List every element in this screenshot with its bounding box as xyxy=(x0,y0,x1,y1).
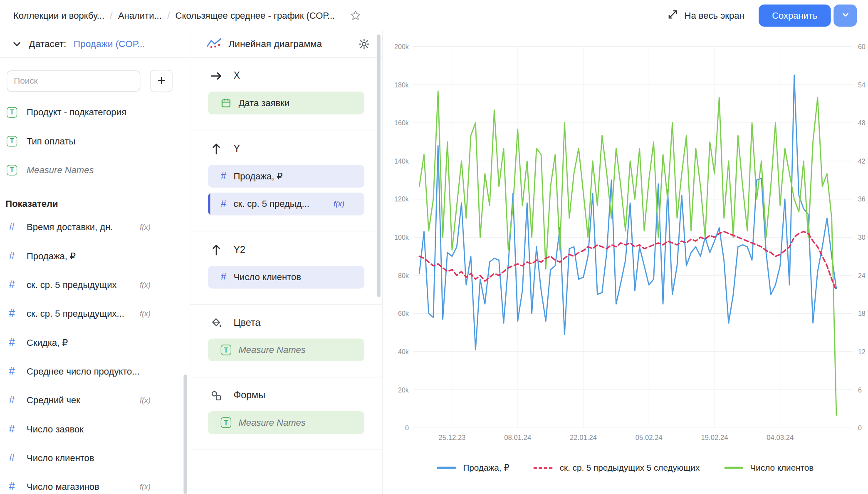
type-T-icon: T xyxy=(7,107,17,117)
shapes-icon xyxy=(210,390,223,401)
chart-type-header: Линейная диаграмма xyxy=(190,31,382,58)
svg-text:6: 6 xyxy=(858,387,862,394)
y2-axis-section: Y2 # Число клиентов xyxy=(190,231,382,305)
list-item-measure[interactable]: # Время доставки, дн. f(x) xyxy=(0,213,190,241)
fx-badge: f(x) xyxy=(334,200,344,208)
search-input[interactable] xyxy=(7,70,140,92)
left-panel-scrollbar[interactable] xyxy=(183,375,187,494)
y2-axis-section-label: Y2 xyxy=(190,243,382,256)
svg-text:54: 54 xyxy=(858,82,866,89)
x-field-date[interactable]: Дата заявки xyxy=(208,92,364,114)
field-label: Measure Names xyxy=(238,345,305,355)
section-label: Цвета xyxy=(233,317,260,328)
breadcrumb-analytics[interactable]: Аналити... xyxy=(118,10,162,21)
list-item-measure[interactable]: # Среднее число продукто... xyxy=(0,357,190,385)
hash-icon: # xyxy=(7,452,17,464)
top-bar-actions: На весь экран Сохранить xyxy=(667,5,857,27)
dataset-panel: Датасет: Продажи (СОР... T Продукт - под… xyxy=(0,31,190,494)
list-item-dimension[interactable]: T Тип оплаты xyxy=(0,127,190,155)
hash-icon: # xyxy=(7,308,17,320)
y-field-moving-average[interactable]: # ск. ср. 5 предыд... f(x) xyxy=(208,193,364,216)
field-label: ск. ср. 5 предыдущих... xyxy=(27,308,124,319)
svg-text:18: 18 xyxy=(858,310,866,317)
svg-text:140k: 140k xyxy=(394,158,409,165)
legend-item-sales[interactable]: Продажа, ₽ xyxy=(437,463,509,473)
colors-section: Цвета T Measure Names xyxy=(190,305,382,377)
arrow-right-icon xyxy=(210,71,223,80)
type-T-icon: T xyxy=(221,417,231,428)
svg-text:12: 12 xyxy=(858,348,866,355)
breadcrumb-separator: / xyxy=(110,10,112,21)
legend-item-clients[interactable]: Число клиентов xyxy=(724,463,814,473)
expand-icon xyxy=(667,9,678,22)
hash-icon: # xyxy=(221,170,226,182)
field-label: Число клиентов xyxy=(233,272,301,282)
dataset-link[interactable]: Продажи (СОР... xyxy=(74,39,145,50)
list-item-measure[interactable]: # Скидка, ₽ xyxy=(0,328,190,357)
hash-icon: # xyxy=(7,365,17,377)
field-label: ск. ср. 5 предыдущих xyxy=(27,279,116,290)
y-axis-section-label: Y xyxy=(190,143,382,155)
svg-text:160k: 160k xyxy=(394,119,409,127)
star-icon[interactable] xyxy=(349,10,361,22)
config-panel-scrollbar[interactable] xyxy=(377,35,381,297)
list-item-measure[interactable]: # Число клиентов xyxy=(0,443,190,472)
arrow-up-icon xyxy=(210,243,223,256)
list-item-dimension[interactable]: T Продукт - подкатегория xyxy=(0,98,190,127)
list-item-measure[interactable]: # Число магазинов f(x) xyxy=(0,472,190,494)
section-label: Y2 xyxy=(233,244,245,256)
shapes-field-measure-names[interactable]: T Measure Names xyxy=(208,411,364,434)
line-chart-plot[interactable]: 0020k640k1260k1880k24100k30120k36140k421… xyxy=(383,31,868,494)
type-T-icon: T xyxy=(221,345,231,355)
svg-text:180k: 180k xyxy=(394,82,409,89)
list-item-measure[interactable]: # Продажа, ₽ xyxy=(0,241,190,270)
list-item-dimension[interactable]: T Measure Names xyxy=(0,155,190,184)
fullscreen-button[interactable]: На весь экран xyxy=(667,9,744,22)
gear-icon[interactable] xyxy=(358,38,370,50)
svg-text:48: 48 xyxy=(858,119,866,127)
svg-text:200k: 200k xyxy=(394,43,409,50)
save-split-button: Сохранить xyxy=(759,5,857,27)
legend-swatch xyxy=(437,467,456,469)
field-label: Measure Names xyxy=(238,417,305,428)
list-item-measure[interactable]: # ск. ср. 5 предыдущих... f(x) xyxy=(0,299,190,328)
chart-area: 0020k640k1260k1880k24100k30120k36140k421… xyxy=(383,31,868,494)
legend-label: Продажа, ₽ xyxy=(463,463,509,473)
x-axis-section-label: X xyxy=(190,70,382,82)
svg-text:80k: 80k xyxy=(398,272,409,279)
y-axis-section: Y # Продажа, ₽ # ск. ср. 5 предыд... f(x… xyxy=(190,130,382,231)
save-menu-button[interactable] xyxy=(833,5,857,27)
svg-text:04.03.24: 04.03.24 xyxy=(767,434,794,442)
svg-text:24: 24 xyxy=(858,272,866,279)
y2-field-clients[interactable]: # Число клиентов xyxy=(208,266,364,289)
svg-text:0: 0 xyxy=(405,424,409,432)
hash-icon: # xyxy=(7,221,17,233)
selected-indicator xyxy=(208,193,210,216)
list-item-measure[interactable]: # Средний чек f(x) xyxy=(0,386,190,415)
field-label: Дата заявки xyxy=(238,98,289,108)
y-field-sales[interactable]: # Продажа, ₽ xyxy=(208,165,364,188)
fullscreen-label: На весь экран xyxy=(685,10,744,21)
colors-field-measure-names[interactable]: T Measure Names xyxy=(208,338,364,361)
hash-icon: # xyxy=(7,394,17,406)
field-label: Время доставки, дн. xyxy=(27,222,113,232)
legend-swatch xyxy=(724,467,743,469)
list-item-measure[interactable]: # Число заявок xyxy=(0,415,190,443)
chevron-down-icon[interactable] xyxy=(12,40,22,49)
shapes-section-label: Формы xyxy=(190,390,382,401)
legend-swatch xyxy=(534,467,552,469)
field-label: ск. ср. 5 предыд... xyxy=(233,199,309,209)
list-item-measure[interactable]: # ск. ср. 5 предыдущих f(x) xyxy=(0,270,190,299)
dimensions-list: T Продукт - подкатегория T Тип оплаты T … xyxy=(0,98,190,494)
save-button[interactable]: Сохранить xyxy=(759,5,831,27)
breadcrumb-current-chart: Скользящее среднее - график (СОР... xyxy=(176,10,335,21)
breadcrumb-collections[interactable]: Коллекции и воркбу... xyxy=(13,10,104,21)
chart-type-label[interactable]: Линейная диаграмма xyxy=(228,39,351,50)
svg-text:60: 60 xyxy=(858,43,866,50)
add-field-button[interactable] xyxy=(150,70,172,92)
legend-item-moving-average[interactable]: ск. ср. 5 предыдущих 5 следующих xyxy=(534,463,700,473)
measures-header: Показатели xyxy=(0,184,190,213)
field-label: Тип оплаты xyxy=(27,136,75,146)
hash-icon: # xyxy=(221,198,226,210)
fx-badge: f(x) xyxy=(140,223,151,231)
